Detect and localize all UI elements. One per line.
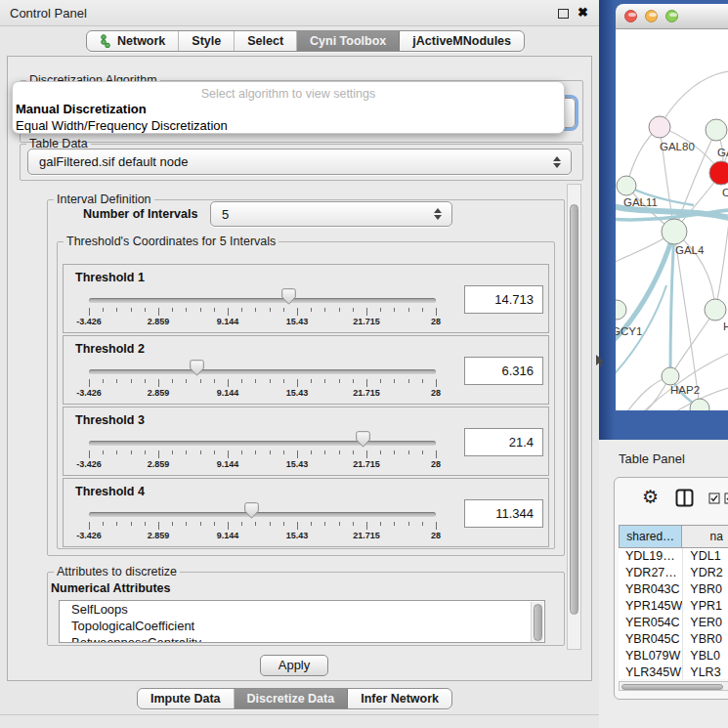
table-cell: YBR0 (682, 581, 728, 598)
slider-tick-labels: -3.4262.8599.14415.4321.71528 (89, 388, 436, 399)
attribute-item-betweennesscentrality[interactable]: BetweennessCentrality (60, 634, 544, 643)
network-node[interactable] (706, 119, 727, 141)
apply-button[interactable]: Apply (260, 655, 328, 676)
panel-vertical-scrollbar[interactable] (567, 184, 581, 650)
network-node[interactable] (662, 219, 687, 244)
threshold-slider[interactable] (89, 298, 436, 303)
threshold-value-field[interactable]: 14.713 (464, 285, 543, 314)
dropdown-item-manual-discretization[interactable]: Manual Discretization (16, 102, 147, 116)
combo-arrows-icon (553, 156, 561, 168)
network-node[interactable] (649, 116, 670, 138)
split-view-icon[interactable] (675, 489, 694, 507)
tab-style[interactable]: Style (179, 31, 235, 51)
slider-tick-labels: -3.4262.8599.14415.4321.71528 (89, 317, 436, 327)
tab-discretize-data[interactable]: Discretize Data (235, 689, 349, 708)
network-edge[interactable] (715, 205, 728, 310)
table-row[interactable]: YPR145WYPR1 (619, 598, 728, 615)
table-row[interactable]: YBR043CYBR0 (619, 581, 728, 598)
slider-ticks (89, 450, 436, 458)
tab-label: Impute Data (150, 692, 221, 706)
list-scrollbar[interactable] (531, 602, 543, 643)
checkbox-checked-icon[interactable] (708, 492, 720, 504)
threshold-label: Threshold 3 (75, 413, 145, 427)
threshold-slider[interactable] (89, 369, 436, 374)
column-header-na[interactable]: na (682, 525, 728, 548)
node-label-ga: GA (717, 147, 728, 158)
attribute-item-topologicalcoefficient[interactable]: TopologicalCoefficient (60, 618, 544, 634)
tick-label: 9.144 (217, 317, 239, 326)
number-of-intervals-combobox[interactable]: 5 (210, 201, 452, 227)
tab-label: Style (192, 34, 221, 48)
tab-infer-network[interactable]: Infer Network (348, 689, 451, 708)
tick-label: 28 (431, 459, 441, 469)
threshold-value-field[interactable]: 6.316 (464, 357, 543, 385)
network-node[interactable] (616, 300, 626, 320)
attribute-item-selfloops[interactable]: SelfLoops (60, 601, 544, 618)
table-cell: YDR27… (619, 565, 682, 581)
network-node[interactable] (705, 299, 726, 321)
tick-label: -3.426 (76, 388, 102, 398)
checkbox-checked-icon[interactable] (724, 492, 728, 504)
network-icon (100, 34, 111, 48)
network-edge[interactable] (670, 232, 674, 376)
node-label-gcy1: GCY1 (616, 325, 642, 337)
gear-icon[interactable]: ⚙ (642, 486, 659, 507)
dropdown-hint-item[interactable]: Select algorithm to view settings (13, 87, 564, 101)
table-row[interactable]: YLR345WYLR3 (619, 664, 728, 679)
column-header-shared[interactable]: shared… (619, 525, 682, 548)
table-horizontal-scrollbar[interactable] (619, 681, 728, 691)
tick-label: 15.43 (286, 459, 309, 469)
minimize-traffic-light-icon[interactable] (645, 10, 658, 22)
slider-tick-labels: -3.4262.8599.14415.4321.71528 (89, 531, 436, 541)
close-traffic-light-icon[interactable] (624, 10, 637, 22)
table-data-combobox[interactable]: galFiltered.sif default node (27, 149, 572, 175)
tick-label: 21.715 (353, 317, 380, 326)
threshold-block: Threshold 4 -3.4262.8599.14415.4321.7152… (63, 478, 549, 547)
tab-network[interactable]: Network (87, 31, 179, 51)
table-row[interactable]: YBL079WYBL0 (619, 648, 728, 664)
tab-jactivemnodules[interactable]: jActiveMNodules (400, 31, 524, 51)
network-edge[interactable] (616, 376, 670, 410)
zoom-traffic-light-icon[interactable] (665, 10, 678, 22)
network-edge[interactable] (674, 232, 700, 408)
threshold-value-field[interactable]: 21.4 (464, 428, 543, 456)
threshold-slider[interactable] (89, 512, 436, 517)
tick-label: 15.43 (286, 388, 309, 398)
network-window: GAL80GACGAL11GAL4GCY1HHAP2 (599, 0, 728, 440)
threshold-label: Threshold 2 (75, 342, 145, 356)
tab-label: Infer Network (361, 692, 439, 706)
float-window-icon[interactable] (558, 9, 569, 19)
slider-tick-labels: -3.4262.8599.14415.4321.71528 (89, 459, 436, 470)
dropdown-item-equal-width-frequency-discretization[interactable]: Equal Width/Frequency Discretization (16, 118, 228, 133)
node-label-gal80: GAL80 (660, 141, 695, 152)
table-row[interactable]: YDR27…YDR2 (619, 565, 728, 581)
threshold-block: Threshold 3 -3.4262.8599.14415.4321.7152… (63, 407, 549, 476)
threshold-label: Threshold 1 (75, 271, 145, 284)
close-icon[interactable]: ✖ (578, 5, 588, 20)
table-row[interactable]: YER054CYER0 (619, 615, 728, 631)
table-cell: YDL19… (619, 548, 682, 565)
threshold-value-field[interactable]: 11.344 (464, 499, 543, 528)
network-node[interactable] (690, 399, 709, 410)
table-panel-box: ⚙ shared…naYDL19…YDL1YDR27…YDR2YBR043CYB… (614, 477, 728, 700)
tab-label: Network (117, 34, 165, 48)
network-node[interactable] (709, 161, 728, 185)
network-edge[interactable] (660, 71, 728, 127)
table-row[interactable]: YDL19…YDL1 (619, 548, 728, 565)
tab-impute-data[interactable]: Impute Data (138, 689, 235, 708)
table-row[interactable]: YBR045CYBR0 (619, 631, 728, 648)
network-edge[interactable] (670, 310, 715, 376)
tick-label: 2.859 (148, 317, 170, 326)
tab-cyni-toolbox[interactable]: Cyni Toolbox (297, 31, 400, 51)
network-node[interactable] (662, 367, 679, 385)
tick-label: -3.426 (76, 459, 102, 469)
threshold-slider[interactable] (89, 441, 436, 446)
node-label-c: C (722, 187, 728, 198)
network-canvas[interactable]: GAL80GACGAL11GAL4GCY1HHAP2 (616, 29, 728, 410)
numerical-attributes-list[interactable]: SelfLoopsTopologicalCoefficientBetweenne… (59, 600, 545, 643)
slider-ticks (89, 522, 436, 530)
tab-select[interactable]: Select (235, 31, 297, 51)
network-node[interactable] (617, 176, 636, 195)
table-cell: YPR1 (682, 598, 728, 615)
table-cell: YLR3 (682, 664, 728, 679)
